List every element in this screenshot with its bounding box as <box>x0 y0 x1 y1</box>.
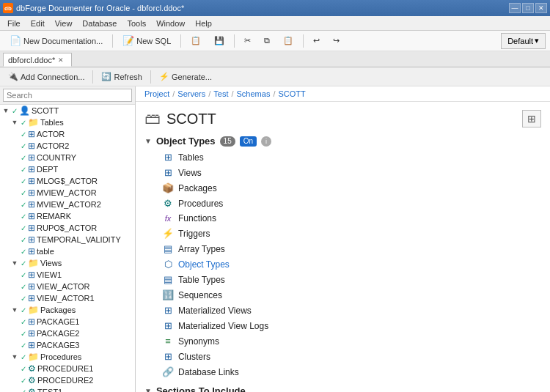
menu-help[interactable]: Help <box>191 18 216 29</box>
generate-icon: ⚡ <box>159 72 169 81</box>
sections-collapse-icon: ▼ <box>144 387 152 392</box>
toolbar-icon-btn-2[interactable]: 💾 <box>209 33 230 49</box>
obj-table-types[interactable]: ▤ Table Types <box>159 272 541 287</box>
tab-dbforcl[interactable]: dbforcl.ddoc* ✕ <box>3 53 72 67</box>
add-connection-button[interactable]: 🔌 Add Connection... <box>3 70 89 84</box>
tree-item-remark[interactable]: ✓⊞REMARK <box>0 210 135 222</box>
grid-view-button[interactable]: ⊞ <box>522 110 541 127</box>
obj-procedures[interactable]: ⚙ Procedures <box>159 196 541 211</box>
tree-item-rupo[interactable]: ✓⊞RUPO$_ACTOR <box>0 222 135 234</box>
undo-icon: ↩ <box>313 36 320 45</box>
maximize-button[interactable]: □ <box>522 3 534 13</box>
obj-views[interactable]: ⊞ Views <box>159 165 541 180</box>
tree-item-proc2[interactable]: ✓⚙PROCEDURE2 <box>0 374 135 386</box>
tree-group-views[interactable]: ▼ ✓ 📁 Views <box>0 257 135 269</box>
view-icon: ⊞ <box>28 293 35 303</box>
obj-mat-view-logs[interactable]: ⊞ Materialized View Logs <box>159 318 541 333</box>
breadcrumb-test[interactable]: Test <box>213 89 228 98</box>
procedures-folder-icon: 📁 <box>28 352 39 362</box>
tree-group-tables[interactable]: ▼ ✓ 📁 Tables <box>0 117 135 128</box>
generate-button[interactable]: ⚡ Generate... <box>154 70 217 84</box>
search-bar <box>0 86 135 105</box>
tree-item-table[interactable]: ✓⊞table <box>0 245 135 257</box>
obj-triggers[interactable]: ⚡ Triggers <box>159 226 541 241</box>
tree-item-actor2[interactable]: ✓⊞ACTOR2 <box>0 140 135 152</box>
tree-item-mview-actor2[interactable]: ✓⊞MVIEW_ACTOR2 <box>0 199 135 210</box>
sections-to-include-header[interactable]: ▼ Sections To Include <box>144 385 541 392</box>
tree-item-mview-actor[interactable]: ✓⊞MVIEW_ACTOR <box>0 187 135 199</box>
obj-tables-label: Tables <box>178 152 204 163</box>
tree-item-view-actor1[interactable]: ✓⊞VIEW_ACTOR1 <box>0 292 135 304</box>
object-types-header[interactable]: ▼ Object Types 15 On i <box>144 133 541 149</box>
cut-icon: ✂ <box>244 36 251 45</box>
tree-item-pkg3[interactable]: ✓⊞PACKAGE3 <box>0 339 135 351</box>
obj-db-links[interactable]: 🔗 Database Links <box>159 364 541 380</box>
tree-root-scott[interactable]: ▼ ✓ 👤 SCOTT <box>0 105 135 117</box>
undo-button[interactable]: ↩ <box>308 33 325 49</box>
menu-tools[interactable]: Tools <box>122 18 150 29</box>
tables-icon: ⊞ <box>162 152 174 163</box>
content-area: Project / Servers / Test / Schemas / SCO… <box>136 86 550 392</box>
search-input[interactable] <box>3 89 132 102</box>
scott-label: SCOTT <box>32 106 59 115</box>
obj-sequences[interactable]: 🔢 Sequences <box>159 287 541 303</box>
menu-view[interactable]: View <box>51 18 77 29</box>
toolbar-icon-btn-4[interactable]: ⧉ <box>259 33 275 49</box>
tree-group-procedures[interactable]: ▼ ✓ 📁 Procedures <box>0 351 135 363</box>
tree-item-proc1[interactable]: ✓⚙PROCEDURE1 <box>0 363 135 374</box>
close-button[interactable]: ✕ <box>535 3 547 13</box>
table-types-icon: ▤ <box>162 274 174 285</box>
tree-item-test1[interactable]: ✓⚙TEST1 <box>0 386 135 392</box>
tree-item-mlog[interactable]: ✓⊞MLOG$_ACTOR <box>0 175 135 187</box>
tree-item-country[interactable]: ✓⊞COUNTRY <box>0 152 135 163</box>
triggers-icon: ⚡ <box>162 228 174 239</box>
tree-item-dept[interactable]: ✓⊞DEPT <box>0 163 135 175</box>
toolbar-icon-btn-3[interactable]: ✂ <box>239 33 256 49</box>
tree-group-packages[interactable]: ▼ ✓ 📁 Packages <box>0 304 135 316</box>
toolbar-icon-btn-1[interactable]: 📋 <box>186 33 206 49</box>
obj-table-types-label: Table Types <box>178 275 225 285</box>
new-sql-button[interactable]: 📝 New SQL <box>117 33 176 49</box>
view-icon: ⊞ <box>28 270 35 280</box>
obj-procedures-label: Procedures <box>178 199 223 209</box>
minimize-button[interactable]: — <box>509 3 521 13</box>
obj-tables[interactable]: ⊞ Tables <box>159 149 541 165</box>
toolbar-icon-btn-5[interactable]: 📋 <box>278 33 298 49</box>
menu-file[interactable]: File <box>3 18 25 29</box>
breadcrumb-scott[interactable]: SCOTT <box>278 89 305 98</box>
breadcrumb-project[interactable]: Project <box>144 89 169 98</box>
view-icon: ⊞ <box>28 281 35 292</box>
table-icon: ⊞ <box>28 152 35 163</box>
obj-synonyms[interactable]: ≡ Synonyms <box>159 333 541 349</box>
check-icon: ✓ <box>21 119 26 127</box>
menu-edit[interactable]: Edit <box>26 18 49 29</box>
tree-item-actor[interactable]: ✓⊞ACTOR <box>0 128 135 140</box>
table-icon: ⊞ <box>28 246 35 256</box>
menu-database[interactable]: Database <box>78 18 121 29</box>
tree-item-view-actor[interactable]: ✓⊞VIEW_ACTOR <box>0 281 135 292</box>
tree-item-view1[interactable]: ✓⊞VIEW1 <box>0 269 135 281</box>
default-button[interactable]: Default ▾ <box>501 33 546 49</box>
refresh-button[interactable]: 🔄 Refresh <box>96 70 147 84</box>
obj-array-types[interactable]: ▤ Array Types <box>159 241 541 256</box>
obj-object-types[interactable]: ⬡ Object Types <box>159 256 541 272</box>
tab-close-button[interactable]: ✕ <box>58 56 64 64</box>
obj-packages[interactable]: 📦 Packages <box>159 180 541 196</box>
redo-button[interactable]: ↪ <box>328 33 345 49</box>
new-documentation-button[interactable]: 📄 New Documentation... <box>4 33 108 49</box>
obj-mat-view-logs-label: Materialized View Logs <box>178 321 268 331</box>
tree-item-pkg1[interactable]: ✓⊞PACKAGE1 <box>0 316 135 328</box>
tree-item-temporal[interactable]: ✓⊞TEMPORAL_VALIDITY <box>0 234 135 245</box>
obj-object-types-label: Object Types <box>178 259 230 270</box>
on-badge[interactable]: On <box>240 136 257 147</box>
breadcrumb-schemas[interactable]: Schemas <box>237 89 271 98</box>
obj-functions[interactable]: fx Functions <box>159 211 541 226</box>
obj-clusters[interactable]: ⊞ Clusters <box>159 349 541 364</box>
object-types-icon: ⬡ <box>162 259 174 270</box>
breadcrumb-servers[interactable]: Servers <box>177 89 205 98</box>
obj-mat-views[interactable]: ⊞ Materialized Views <box>159 303 541 318</box>
tree-item-pkg2[interactable]: ✓⊞PACKAGE2 <box>0 328 135 339</box>
menu-window[interactable]: Window <box>152 18 189 29</box>
mat-views-icon: ⊞ <box>162 305 174 316</box>
info-icon[interactable]: i <box>261 136 271 147</box>
